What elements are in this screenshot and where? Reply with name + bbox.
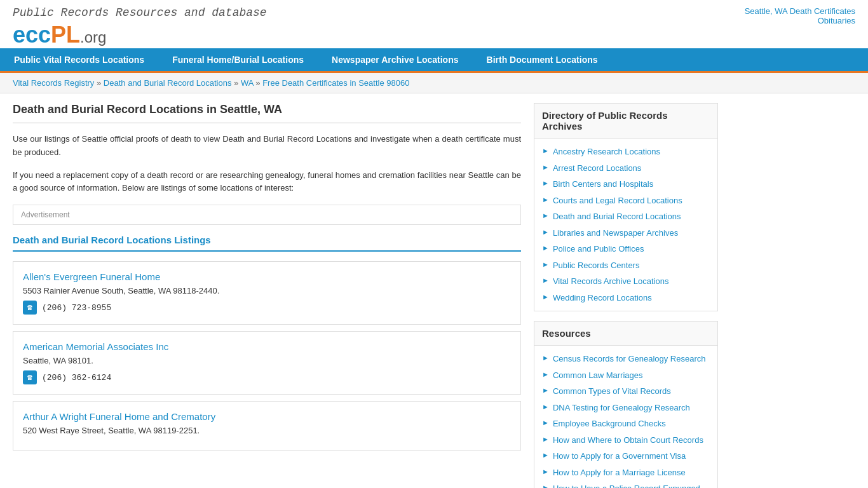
- arrow-icon: ►: [542, 179, 549, 187]
- breadcrumb-item[interactable]: Death and Burial Record Locations: [104, 78, 232, 88]
- sidebar-directory-link[interactable]: Police and Public Offices: [553, 243, 644, 255]
- listings-header: Death and Burial Record Locations Listin…: [13, 234, 521, 252]
- sidebar-directory-link[interactable]: Libraries and Newspaper Archives: [553, 227, 678, 240]
- arrow-icon: ►: [542, 419, 549, 426]
- breadcrumb-separator: »: [94, 78, 103, 88]
- sidebar-resource-link[interactable]: How to Apply for a Marriage License: [553, 466, 686, 479]
- arrow-icon: ►: [542, 196, 549, 203]
- phone-icon: ☎: [23, 370, 37, 384]
- sidebar-resource-link[interactable]: Common Types of Vital Records: [553, 385, 671, 398]
- sidebar-resource-link[interactable]: How to Have a Police Record Expunged: [553, 482, 700, 488]
- phone-number: (206) 723-8955: [42, 303, 111, 313]
- site-logo[interactable]: eccPL.org: [13, 22, 267, 48]
- arrow-icon: ►: [542, 484, 549, 488]
- sidebar-directory-link[interactable]: Birth Centers and Hospitals: [553, 178, 653, 191]
- listing-card: Allen's Evergreen Funeral Home5503 Raini…: [13, 261, 521, 325]
- listing-name[interactable]: Allen's Evergreen Funeral Home: [23, 271, 511, 282]
- logo-org: .org: [80, 29, 106, 46]
- arrow-icon: ►: [542, 212, 549, 219]
- listing-name[interactable]: American Memorial Associates Inc: [23, 341, 511, 352]
- breadcrumb-separator: »: [254, 78, 262, 88]
- list-item: ►Police and Public Offices: [534, 241, 717, 257]
- arrow-icon: ►: [542, 228, 549, 236]
- sidebar-resource-link[interactable]: How to Apply for a Government Visa: [553, 450, 686, 463]
- logo-ecc: ecc: [13, 22, 51, 48]
- list-item: ►How to Apply for a Government Visa: [534, 448, 717, 464]
- list-item: ►Death and Burial Record Locations: [534, 208, 717, 225]
- arrow-icon: ►: [542, 163, 549, 171]
- list-item: ►Libraries and Newspaper Archives: [534, 225, 717, 241]
- sidebar-resource-link[interactable]: How and Where to Obtain Court Records: [553, 434, 703, 447]
- arrow-icon: ►: [542, 370, 549, 378]
- list-item: ►How to Have a Police Record Expunged: [534, 480, 717, 488]
- list-item: ►How to Apply for a Marriage License: [534, 464, 717, 481]
- nav-item[interactable]: Funeral Home/Burial Locations: [158, 48, 318, 71]
- site-header: Public Records Resources and database ec…: [0, 0, 868, 48]
- sidebar-directory-link[interactable]: Vital Records Archive Locations: [553, 275, 669, 288]
- logo-pl: PL: [51, 22, 80, 48]
- phone-number: (206) 362-6124: [42, 373, 111, 383]
- intro-paragraph-1: Use our listings of Seattle official pro…: [13, 133, 521, 159]
- site-tagline: Public Records Resources and database: [13, 6, 267, 19]
- arrow-icon: ►: [542, 244, 549, 252]
- arrow-icon: ►: [542, 435, 549, 443]
- listing-address: 5503 Rainier Avenue South, Seattle, WA 9…: [23, 286, 511, 295]
- nav-item[interactable]: Newspaper Archive Locations: [318, 48, 472, 71]
- list-item: ►Ancestry Research Locations: [534, 144, 717, 160]
- sidebar-resource-link[interactable]: Employee Background Checks: [553, 417, 666, 430]
- breadcrumb-item[interactable]: Vital Records Registry: [13, 78, 94, 88]
- sidebar-directory-link[interactable]: Wedding Record Locations: [553, 292, 652, 304]
- breadcrumb-separator: »: [231, 78, 240, 88]
- page-title: Death and Burial Record Locations in Sea…: [13, 103, 521, 123]
- sidebar-resource-link[interactable]: DNA Testing for Genealogy Research: [553, 402, 690, 414]
- arrow-icon: ►: [542, 354, 549, 362]
- header-links: Seattle, WA Death CertificatesObituaries: [745, 6, 855, 25]
- breadcrumb-item[interactable]: Free Death Certificates in Seattle 98060: [262, 78, 409, 88]
- intro-paragraph-2: If you need a replacement copy of a deat…: [13, 169, 521, 196]
- listing-phone: ☎(206) 723-8955: [23, 301, 511, 315]
- sidebar-directory-link[interactable]: Public Records Centers: [553, 259, 640, 272]
- arrow-icon: ►: [542, 147, 549, 154]
- arrow-icon: ►: [542, 261, 549, 268]
- list-item: ►Census Records for Genealogy Research: [534, 351, 717, 367]
- sidebar-directory-list: ►Ancestry Research Locations►Arrest Reco…: [534, 139, 717, 311]
- sidebar-directory-link[interactable]: Ancestry Research Locations: [553, 146, 660, 158]
- content-area: Death and Burial Record Locations in Sea…: [13, 103, 521, 488]
- arrow-icon: ►: [542, 468, 549, 475]
- list-item: ►Wedding Record Locations: [534, 290, 717, 306]
- list-item: ►DNA Testing for Genealogy Research: [534, 400, 717, 416]
- logo-area: Public Records Resources and database ec…: [13, 6, 267, 48]
- header-link[interactable]: Obituaries: [745, 16, 855, 25]
- phone-icon: ☎: [23, 301, 37, 315]
- sidebar-directory-title: Directory of Public Records Archives: [534, 104, 717, 139]
- nav-item[interactable]: Birth Document Locations: [473, 48, 612, 71]
- header-link[interactable]: Seattle, WA Death Certificates: [745, 6, 855, 16]
- sidebar-resource-link[interactable]: Census Records for Genealogy Research: [553, 353, 706, 365]
- arrow-icon: ►: [542, 293, 549, 301]
- listing-card: Arthur A Wright Funeral Home and Cremato…: [13, 401, 521, 451]
- list-item: ►Vital Records Archive Locations: [534, 273, 717, 290]
- listing-name[interactable]: Arthur A Wright Funeral Home and Cremato…: [23, 411, 511, 422]
- listings-container: Allen's Evergreen Funeral Home5503 Raini…: [13, 261, 521, 451]
- list-item: ►Birth Centers and Hospitals: [534, 176, 717, 193]
- arrow-icon: ►: [542, 386, 549, 394]
- listing-phone: ☎(206) 362-6124: [23, 370, 511, 384]
- sidebar-resources-box: Resources ►Census Records for Genealogy …: [534, 321, 718, 488]
- list-item: ►How and Where to Obtain Court Records: [534, 432, 717, 449]
- sidebar-directory-link[interactable]: Arrest Record Locations: [553, 162, 641, 175]
- list-item: ►Courts and Legal Record Locations: [534, 193, 717, 209]
- nav-item[interactable]: Public Vital Records Locations: [0, 48, 158, 71]
- advertisement-label: Advertisement: [21, 210, 70, 219]
- listing-address: Seattle, WA 98101.: [23, 356, 511, 365]
- sidebar-resource-link[interactable]: Common Law Marriages: [553, 369, 643, 382]
- arrow-icon: ►: [542, 276, 549, 284]
- arrow-icon: ►: [542, 403, 549, 410]
- listing-card: American Memorial Associates IncSeattle,…: [13, 331, 521, 395]
- sidebar-directory-link[interactable]: Death and Burial Record Locations: [553, 210, 681, 223]
- sidebar-directory-link[interactable]: Courts and Legal Record Locations: [553, 194, 682, 207]
- list-item: ►Common Types of Vital Records: [534, 383, 717, 400]
- advertisement-box: Advertisement: [13, 205, 521, 225]
- breadcrumb-item[interactable]: WA: [241, 78, 254, 88]
- sidebar-resources-title: Resources: [534, 322, 717, 346]
- sidebar: Directory of Public Records Archives ►An…: [534, 103, 718, 488]
